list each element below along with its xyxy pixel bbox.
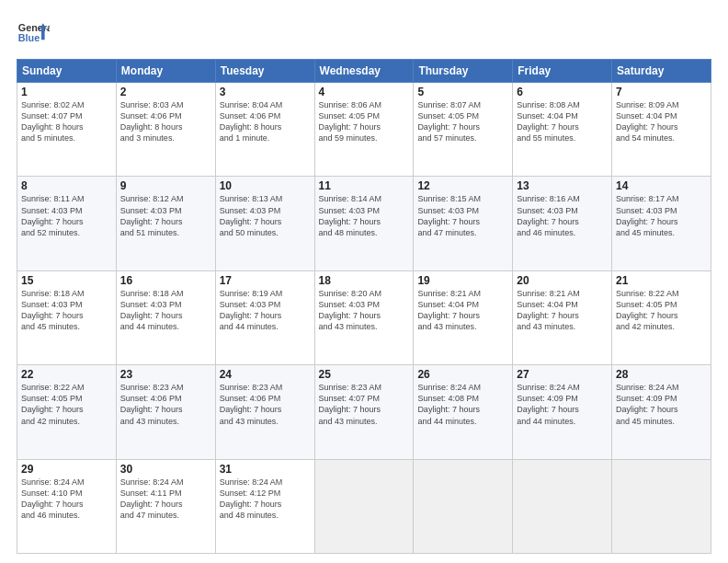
page: General Blue SundayMondayTuesdayWednesda… xyxy=(0,0,728,563)
day-cell: 26Sunrise: 8:24 AM Sunset: 4:08 PM Dayli… xyxy=(414,365,513,459)
day-cell: 9Sunrise: 8:12 AM Sunset: 4:03 PM Daylig… xyxy=(116,177,215,270)
day-info: Sunrise: 8:18 AM Sunset: 4:03 PM Dayligh… xyxy=(120,288,211,333)
day-info: Sunrise: 8:23 AM Sunset: 4:06 PM Dayligh… xyxy=(220,382,311,427)
day-header-tuesday: Tuesday xyxy=(215,60,314,83)
day-number: 6 xyxy=(517,86,608,98)
day-info: Sunrise: 8:21 AM Sunset: 4:04 PM Dayligh… xyxy=(517,288,608,333)
week-row-4: 22Sunrise: 8:22 AM Sunset: 4:05 PM Dayli… xyxy=(17,365,711,459)
day-cell: 20Sunrise: 8:21 AM Sunset: 4:04 PM Dayli… xyxy=(513,270,612,364)
day-number: 22 xyxy=(21,368,112,381)
day-info: Sunrise: 8:19 AM Sunset: 4:03 PM Dayligh… xyxy=(220,288,311,333)
day-number: 4 xyxy=(319,86,410,98)
day-info: Sunrise: 8:22 AM Sunset: 4:05 PM Dayligh… xyxy=(616,288,707,333)
day-cell: 17Sunrise: 8:19 AM Sunset: 4:03 PM Dayli… xyxy=(215,270,314,364)
day-number: 28 xyxy=(616,368,707,381)
week-row-3: 15Sunrise: 8:18 AM Sunset: 4:03 PM Dayli… xyxy=(17,270,711,364)
day-number: 27 xyxy=(517,368,608,381)
day-info: Sunrise: 8:14 AM Sunset: 4:03 PM Dayligh… xyxy=(319,193,410,238)
day-number: 2 xyxy=(120,86,211,98)
day-cell: 23Sunrise: 8:23 AM Sunset: 4:06 PM Dayli… xyxy=(116,365,215,459)
day-number: 21 xyxy=(616,274,707,287)
day-info: Sunrise: 8:03 AM Sunset: 4:06 PM Dayligh… xyxy=(120,99,211,144)
day-cell: 6Sunrise: 8:08 AM Sunset: 4:04 PM Daylig… xyxy=(513,83,612,177)
day-info: Sunrise: 8:08 AM Sunset: 4:04 PM Dayligh… xyxy=(517,99,608,144)
generalblue-logo-icon: General Blue xyxy=(17,17,50,50)
day-cell xyxy=(513,459,612,553)
day-info: Sunrise: 8:20 AM Sunset: 4:03 PM Dayligh… xyxy=(319,288,410,333)
day-number: 26 xyxy=(417,368,508,381)
day-header-wednesday: Wednesday xyxy=(314,60,414,83)
day-number: 3 xyxy=(220,86,311,98)
day-number: 29 xyxy=(21,463,112,476)
day-number: 1 xyxy=(21,86,112,98)
day-cell: 11Sunrise: 8:14 AM Sunset: 4:03 PM Dayli… xyxy=(314,177,414,270)
day-cell: 2Sunrise: 8:03 AM Sunset: 4:06 PM Daylig… xyxy=(116,83,215,177)
day-cell: 27Sunrise: 8:24 AM Sunset: 4:09 PM Dayli… xyxy=(513,365,612,459)
week-row-1: 1Sunrise: 8:02 AM Sunset: 4:07 PM Daylig… xyxy=(17,83,711,177)
day-number: 13 xyxy=(517,179,608,192)
day-cell: 31Sunrise: 8:24 AM Sunset: 4:12 PM Dayli… xyxy=(215,459,314,553)
day-number: 17 xyxy=(220,274,311,287)
logo: General Blue xyxy=(17,17,50,50)
day-info: Sunrise: 8:13 AM Sunset: 4:03 PM Dayligh… xyxy=(220,193,311,238)
day-number: 15 xyxy=(21,274,112,287)
day-cell: 19Sunrise: 8:21 AM Sunset: 4:04 PM Dayli… xyxy=(414,270,513,364)
calendar-table: SundayMondayTuesdayWednesdayThursdayFrid… xyxy=(17,59,711,554)
day-number: 9 xyxy=(120,179,211,192)
day-cell: 1Sunrise: 8:02 AM Sunset: 4:07 PM Daylig… xyxy=(17,83,117,177)
week-row-2: 8Sunrise: 8:11 AM Sunset: 4:03 PM Daylig… xyxy=(17,177,711,270)
day-number: 19 xyxy=(417,274,508,287)
day-cell: 25Sunrise: 8:23 AM Sunset: 4:07 PM Dayli… xyxy=(314,365,414,459)
day-cell: 5Sunrise: 8:07 AM Sunset: 4:05 PM Daylig… xyxy=(414,83,513,177)
day-number: 10 xyxy=(220,179,311,192)
day-info: Sunrise: 8:17 AM Sunset: 4:03 PM Dayligh… xyxy=(616,193,707,238)
day-number: 7 xyxy=(616,86,707,98)
day-info: Sunrise: 8:16 AM Sunset: 4:03 PM Dayligh… xyxy=(517,193,608,238)
day-info: Sunrise: 8:24 AM Sunset: 4:09 PM Dayligh… xyxy=(517,382,608,427)
day-info: Sunrise: 8:18 AM Sunset: 4:03 PM Dayligh… xyxy=(21,288,112,333)
day-number: 18 xyxy=(319,274,410,287)
day-info: Sunrise: 8:23 AM Sunset: 4:06 PM Dayligh… xyxy=(120,382,211,427)
week-row-5: 29Sunrise: 8:24 AM Sunset: 4:10 PM Dayli… xyxy=(17,459,711,553)
day-header-thursday: Thursday xyxy=(414,60,513,83)
day-number: 5 xyxy=(417,86,508,98)
header: General Blue xyxy=(17,17,711,50)
day-cell: 14Sunrise: 8:17 AM Sunset: 4:03 PM Dayli… xyxy=(612,177,711,270)
day-number: 31 xyxy=(220,463,311,476)
svg-text:Blue: Blue xyxy=(18,32,40,43)
day-cell: 8Sunrise: 8:11 AM Sunset: 4:03 PM Daylig… xyxy=(17,177,117,270)
day-cell xyxy=(414,459,513,553)
day-cell: 22Sunrise: 8:22 AM Sunset: 4:05 PM Dayli… xyxy=(17,365,117,459)
day-info: Sunrise: 8:02 AM Sunset: 4:07 PM Dayligh… xyxy=(21,99,112,144)
day-number: 14 xyxy=(616,179,707,192)
day-cell: 28Sunrise: 8:24 AM Sunset: 4:09 PM Dayli… xyxy=(612,365,711,459)
day-cell: 24Sunrise: 8:23 AM Sunset: 4:06 PM Dayli… xyxy=(215,365,314,459)
day-cell: 4Sunrise: 8:06 AM Sunset: 4:05 PM Daylig… xyxy=(314,83,414,177)
day-cell: 12Sunrise: 8:15 AM Sunset: 4:03 PM Dayli… xyxy=(414,177,513,270)
day-header-saturday: Saturday xyxy=(612,60,711,83)
day-cell: 21Sunrise: 8:22 AM Sunset: 4:05 PM Dayli… xyxy=(612,270,711,364)
day-number: 30 xyxy=(120,463,211,476)
day-info: Sunrise: 8:06 AM Sunset: 4:05 PM Dayligh… xyxy=(319,99,410,144)
day-number: 23 xyxy=(120,368,211,381)
day-cell: 18Sunrise: 8:20 AM Sunset: 4:03 PM Dayli… xyxy=(314,270,414,364)
day-info: Sunrise: 8:15 AM Sunset: 4:03 PM Dayligh… xyxy=(417,193,508,238)
day-info: Sunrise: 8:24 AM Sunset: 4:12 PM Dayligh… xyxy=(220,477,311,522)
day-info: Sunrise: 8:11 AM Sunset: 4:03 PM Dayligh… xyxy=(21,193,112,238)
day-info: Sunrise: 8:09 AM Sunset: 4:04 PM Dayligh… xyxy=(616,99,707,144)
day-number: 16 xyxy=(120,274,211,287)
day-cell: 3Sunrise: 8:04 AM Sunset: 4:06 PM Daylig… xyxy=(215,83,314,177)
day-number: 12 xyxy=(417,179,508,192)
day-info: Sunrise: 8:24 AM Sunset: 4:08 PM Dayligh… xyxy=(417,382,508,427)
day-cell xyxy=(612,459,711,553)
day-number: 25 xyxy=(319,368,410,381)
day-cell: 15Sunrise: 8:18 AM Sunset: 4:03 PM Dayli… xyxy=(17,270,117,364)
day-number: 24 xyxy=(220,368,311,381)
day-number: 11 xyxy=(319,179,410,192)
day-info: Sunrise: 8:24 AM Sunset: 4:11 PM Dayligh… xyxy=(120,477,211,522)
day-cell: 10Sunrise: 8:13 AM Sunset: 4:03 PM Dayli… xyxy=(215,177,314,270)
day-header-friday: Friday xyxy=(513,60,612,83)
day-cell xyxy=(314,459,414,553)
day-cell: 30Sunrise: 8:24 AM Sunset: 4:11 PM Dayli… xyxy=(116,459,215,553)
day-info: Sunrise: 8:12 AM Sunset: 4:03 PM Dayligh… xyxy=(120,193,211,238)
